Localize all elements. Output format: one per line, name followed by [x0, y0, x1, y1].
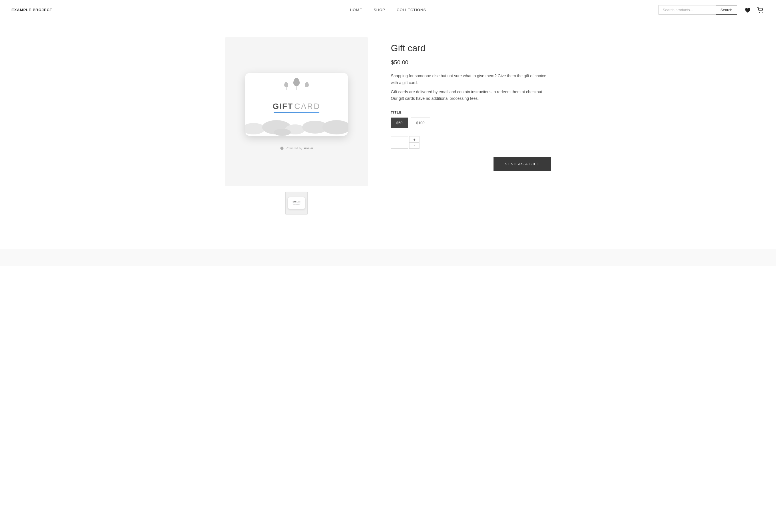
site-logo[interactable]: EXAMPLE PROJECT — [11, 8, 52, 12]
thumbnail-strip: GIFT CARD Powered by rise — [285, 192, 308, 214]
thumbnail-1[interactable]: GIFT CARD Powered by rise — [285, 192, 308, 214]
gift-light-text: CARD — [294, 102, 320, 111]
gift-card-preview: GIFT CARD — [245, 73, 348, 136]
description-line-1: Shopping for someone else but not sure w… — [391, 73, 551, 86]
description-line-2: Gift cards are delivered by email and co… — [391, 89, 551, 103]
rise-icon — [280, 146, 284, 150]
send-as-gift-button[interactable]: SEND AS A GIFT — [494, 157, 551, 171]
svg-point-1 — [762, 12, 763, 13]
wishlist-button[interactable] — [743, 6, 752, 14]
search-bar: Search — [658, 5, 737, 15]
search-input[interactable] — [658, 5, 716, 15]
variant-options: $50 $100 — [391, 118, 551, 128]
site-header: EXAMPLE PROJECT HOME SHOP COLLECTIONS Se… — [0, 0, 776, 20]
powered-by-text: Powered by — [285, 147, 302, 150]
product-description: Shopping for someone else but not sure w… — [391, 73, 551, 102]
title-label: TITLE — [391, 111, 551, 114]
quantity-increment[interactable]: + — [409, 136, 419, 143]
header-icons — [743, 6, 765, 14]
quantity-section: 0 + - — [391, 136, 551, 149]
powered-by-brand: rise.ai — [304, 147, 313, 150]
gift-card-text: GIFT CARD — [272, 102, 320, 113]
page-footer — [0, 249, 776, 266]
powered-by: Powered by rise.ai — [280, 146, 313, 150]
variant-100[interactable]: $100 — [411, 118, 430, 128]
quantity-input[interactable]: 0 — [391, 136, 408, 149]
search-button[interactable]: Search — [716, 5, 737, 15]
main-product-image: GIFT CARD — [225, 37, 368, 186]
nav-collections[interactable]: COLLECTIONS — [397, 8, 426, 12]
gift-card-underline — [273, 112, 319, 113]
main-nav: HOME SHOP COLLECTIONS — [350, 8, 426, 12]
main-content: GIFT CARD — [202, 20, 574, 232]
svg-point-0 — [759, 12, 760, 13]
product-title: Gift card — [391, 43, 551, 53]
nav-shop[interactable]: SHOP — [374, 8, 385, 12]
cart-button[interactable] — [756, 6, 765, 14]
product-price: $50.00 — [391, 59, 551, 66]
product-details: Gift card $50.00 Shopping for someone el… — [391, 37, 551, 214]
heart-icon — [745, 7, 751, 13]
product-image-section: GIFT CARD — [225, 37, 368, 214]
quantity-decrement[interactable]: - — [409, 143, 419, 149]
quantity-controls: + - — [409, 136, 419, 149]
cart-icon — [757, 7, 763, 13]
variant-50[interactable]: $50 — [391, 118, 408, 128]
header-right: Search — [658, 5, 765, 15]
add-to-cart-row: SEND AS A GIFT — [391, 157, 551, 171]
nav-home[interactable]: HOME — [350, 8, 362, 12]
gift-bold-text: GIFT — [272, 102, 293, 111]
